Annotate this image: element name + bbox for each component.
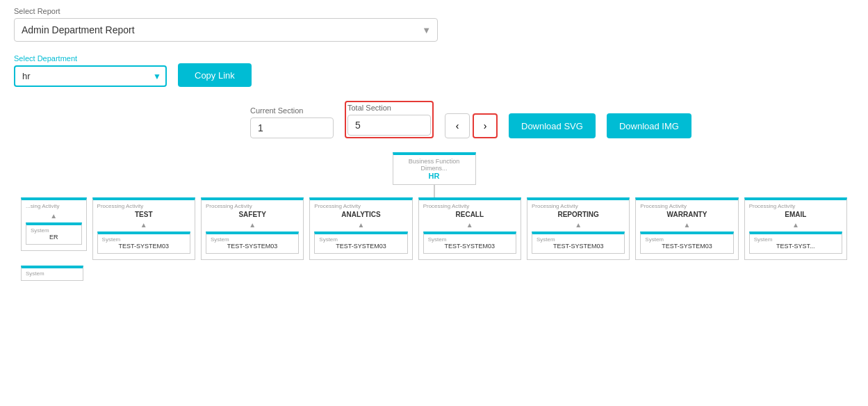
next-section-button[interactable]: ›: [473, 113, 498, 138]
warranty-arrow-icon: ▲: [640, 221, 733, 229]
copy-link-button[interactable]: Copy Link: [178, 63, 252, 87]
dept-row: Select Department hrfinanceitoperations …: [14, 54, 854, 87]
current-section-input[interactable]: [250, 117, 334, 138]
bottom-cards-row: System: [21, 266, 847, 281]
card-analytics: Processing Activity ANALYTICS ▲ System T…: [309, 197, 412, 260]
nav-buttons: ‹ ›: [445, 113, 498, 138]
reporting-sys-card: System TEST-SYSTEM03: [532, 232, 625, 254]
analytics-sys-name: TEST-SYSTEM03: [319, 243, 402, 250]
dept-field: Select Department hrfinanceitoperations …: [14, 54, 167, 87]
analytics-sys-card: System TEST-SYSTEM03: [314, 232, 407, 254]
total-section-box: Total Section: [345, 101, 434, 138]
safety-sys-label: System: [211, 236, 294, 243]
reporting-arrow-icon: ▲: [532, 221, 625, 229]
section-controls: Current Section Total Section ‹ › Downlo…: [14, 101, 854, 138]
safety-arrow-icon: ▲: [206, 221, 299, 229]
card-test: Processing Activity TEST ▲ System TEST-S…: [92, 197, 195, 260]
analytics-proc-label: Processing Activity: [314, 203, 407, 209]
reporting-proc-name: REPORTING: [532, 211, 625, 218]
hr-title-row: Business Function Dimens... HR: [21, 152, 847, 185]
download-svg-button[interactable]: Download SVG: [509, 113, 596, 138]
dept-label: Select Department: [14, 54, 167, 63]
recall-arrow-icon: ▲: [423, 221, 516, 229]
reporting-proc-label: Processing Activity: [532, 203, 625, 209]
analytics-proc-name: ANALYTICS: [314, 211, 407, 218]
prev-section-button[interactable]: ‹: [445, 113, 470, 138]
reporting-sys-label: System: [537, 236, 620, 243]
current-section-field: Current Section: [250, 106, 334, 138]
safety-proc-label: Processing Activity: [206, 203, 299, 209]
partial-sys-label: System: [31, 227, 77, 234]
warranty-sys-label: System: [645, 236, 728, 243]
card-partial-left: ...sing Activity ▲ System ER: [21, 197, 87, 251]
card-recall: Processing Activity RECALL ▲ System TEST…: [418, 197, 521, 260]
safety-proc-name: SAFETY: [206, 211, 299, 218]
bottom-card: System: [21, 266, 83, 281]
page-container: Select Report Admin Department Report ▼ …: [0, 0, 868, 295]
reporting-sys-name: TEST-SYSTEM03: [537, 243, 620, 250]
total-section-label: Total Section: [347, 104, 431, 112]
select-report-wrapper: Admin Department Report ▼: [14, 18, 438, 42]
warranty-proc-label: Processing Activity: [640, 203, 733, 209]
recall-sys-name: TEST-SYSTEM03: [428, 243, 511, 250]
partial-sys-card: System ER: [26, 222, 82, 245]
email-sys-card: System TEST-SYST...: [749, 232, 842, 254]
card-email: Processing Activity EMAIL ▲ System TEST-…: [744, 197, 847, 260]
analytics-arrow-icon: ▲: [314, 221, 407, 229]
download-img-button[interactable]: Download IMG: [607, 113, 691, 138]
safety-sys-name: TEST-SYSTEM03: [211, 243, 294, 250]
card-reporting: Processing Activity REPORTING ▲ System T…: [527, 197, 630, 260]
test-sys-name: TEST-SYSTEM03: [102, 243, 186, 250]
recall-sys-label: System: [428, 236, 511, 243]
card-warranty: Processing Activity WARRANTY ▲ System TE…: [635, 197, 738, 260]
dept-select-wrapper: hrfinanceitoperations ▼: [14, 65, 167, 87]
recall-proc-label: Processing Activity: [423, 203, 516, 209]
partial-sys-name: ER: [31, 234, 77, 241]
card-safety: Processing Activity SAFETY ▲ System TEST…: [201, 197, 304, 260]
total-section-input[interactable]: [347, 115, 431, 136]
test-sys-label: System: [102, 236, 186, 243]
email-arrow-icon: ▲: [749, 221, 842, 229]
select-report-dropdown[interactable]: Admin Department Report: [14, 18, 438, 42]
hr-name: HR: [399, 172, 470, 180]
analytics-sys-label: System: [319, 236, 402, 243]
current-section-label: Current Section: [250, 106, 334, 115]
connector-down: [434, 185, 435, 197]
test-proc-label: Processing Activity: [97, 203, 190, 209]
diagram-inner: Business Function Dimens... HR ...sing A…: [14, 152, 854, 281]
warranty-sys-name: TEST-SYSTEM03: [645, 243, 728, 250]
dept-dropdown[interactable]: hrfinanceitoperations: [14, 65, 167, 87]
recall-proc-name: RECALL: [423, 211, 516, 218]
email-proc-name: EMAIL: [749, 211, 842, 218]
test-proc-name: TEST: [97, 211, 190, 218]
select-report-label: Select Report: [14, 7, 854, 15]
partial-proc-label: ...sing Activity: [26, 203, 82, 209]
email-sys-label: System: [754, 236, 837, 243]
test-sys-card: System TEST-SYSTEM03: [97, 232, 190, 254]
bottom-sys-label: System: [26, 270, 79, 277]
diagram-area: Business Function Dimens... HR ...sing A…: [14, 152, 854, 288]
safety-sys-card: System TEST-SYSTEM03: [206, 232, 299, 254]
test-arrow-icon: ▲: [97, 221, 190, 229]
warranty-sys-card: System TEST-SYSTEM03: [640, 232, 733, 254]
biz-label: Business Function Dimens...: [399, 158, 470, 172]
email-proc-label: Processing Activity: [749, 203, 842, 209]
recall-sys-card: System TEST-SYSTEM03: [423, 232, 516, 254]
cards-container: ...sing Activity ▲ System ER Processing …: [21, 197, 847, 260]
partial-arrow-icon: ▲: [26, 212, 82, 220]
hr-title-box: Business Function Dimens... HR: [393, 152, 476, 185]
warranty-proc-name: WARRANTY: [640, 211, 733, 218]
email-sys-name: TEST-SYST...: [754, 243, 837, 250]
